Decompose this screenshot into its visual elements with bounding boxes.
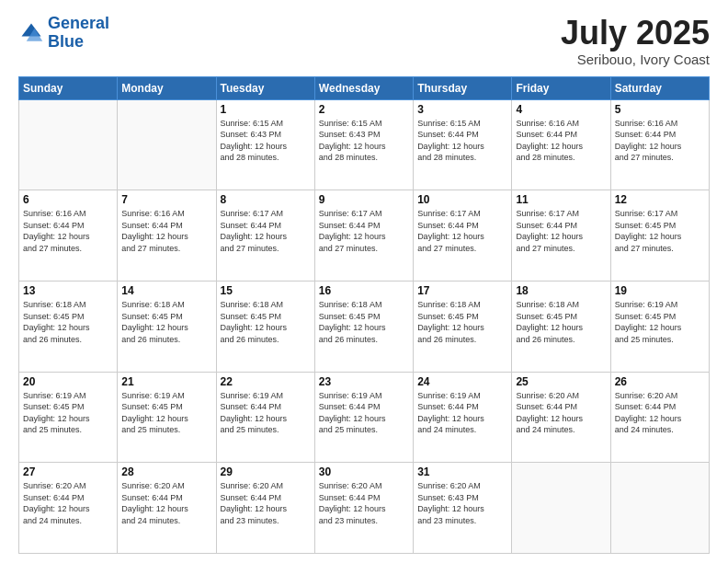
calendar-week-row: 13Sunrise: 6:18 AM Sunset: 6:45 PM Dayli…: [19, 281, 710, 372]
day-info: Sunrise: 6:16 AM Sunset: 6:44 PM Dayligh…: [615, 118, 705, 164]
calendar-cell: [610, 463, 709, 554]
day-number: 25: [516, 375, 606, 388]
calendar-cell: [512, 463, 610, 554]
day-number: 16: [319, 284, 409, 297]
day-info: Sunrise: 6:19 AM Sunset: 6:45 PM Dayligh…: [121, 390, 211, 436]
logo-line2: Blue: [48, 33, 109, 52]
day-number: 27: [23, 465, 113, 478]
logo: General Blue: [18, 15, 109, 52]
calendar-cell: 13Sunrise: 6:18 AM Sunset: 6:45 PM Dayli…: [19, 281, 118, 372]
logo-line1: General: [48, 15, 109, 33]
day-number: 24: [417, 375, 507, 388]
calendar-cell: 12Sunrise: 6:17 AM Sunset: 6:45 PM Dayli…: [610, 190, 709, 282]
calendar-cell: 5Sunrise: 6:16 AM Sunset: 6:44 PM Daylig…: [610, 99, 709, 190]
calendar-cell: [118, 99, 216, 190]
day-info: Sunrise: 6:16 AM Sunset: 6:44 PM Dayligh…: [121, 208, 211, 254]
day-number: 29: [221, 465, 311, 478]
day-info: Sunrise: 6:20 AM Sunset: 6:44 PM Dayligh…: [319, 480, 409, 526]
title-block: July 2025 Seribouo, Ivory Coast: [561, 15, 710, 67]
calendar-cell: 24Sunrise: 6:19 AM Sunset: 6:44 PM Dayli…: [414, 372, 512, 463]
day-number: 28: [121, 465, 211, 478]
day-number: 19: [615, 284, 705, 297]
day-number: 13: [23, 284, 113, 297]
calendar-week-row: 20Sunrise: 6:19 AM Sunset: 6:45 PM Dayli…: [19, 372, 710, 463]
day-info: Sunrise: 6:19 AM Sunset: 6:45 PM Dayligh…: [615, 299, 705, 345]
day-number: 18: [516, 284, 606, 297]
calendar-cell: 18Sunrise: 6:18 AM Sunset: 6:45 PM Dayli…: [512, 281, 610, 372]
calendar-header-sunday: Sunday: [19, 76, 118, 99]
calendar-cell: 22Sunrise: 6:19 AM Sunset: 6:44 PM Dayli…: [216, 372, 314, 463]
day-info: Sunrise: 6:20 AM Sunset: 6:44 PM Dayligh…: [23, 480, 113, 526]
calendar-header-wednesday: Wednesday: [314, 76, 413, 99]
day-info: Sunrise: 6:17 AM Sunset: 6:44 PM Dayligh…: [516, 208, 606, 254]
day-info: Sunrise: 6:18 AM Sunset: 6:45 PM Dayligh…: [417, 299, 507, 345]
calendar-cell: 16Sunrise: 6:18 AM Sunset: 6:45 PM Dayli…: [314, 281, 413, 372]
calendar-cell: [19, 99, 118, 190]
calendar-cell: 4Sunrise: 6:16 AM Sunset: 6:44 PM Daylig…: [512, 99, 610, 190]
day-number: 21: [121, 375, 211, 388]
day-number: 2: [319, 103, 409, 116]
day-number: 26: [615, 375, 705, 388]
day-number: 10: [417, 193, 507, 206]
day-info: Sunrise: 6:18 AM Sunset: 6:45 PM Dayligh…: [221, 299, 311, 345]
day-info: Sunrise: 6:17 AM Sunset: 6:44 PM Dayligh…: [319, 208, 409, 254]
day-number: 15: [221, 284, 311, 297]
calendar-header-saturday: Saturday: [610, 76, 709, 99]
calendar-cell: 30Sunrise: 6:20 AM Sunset: 6:44 PM Dayli…: [314, 463, 413, 554]
day-number: 23: [319, 375, 409, 388]
day-info: Sunrise: 6:19 AM Sunset: 6:44 PM Dayligh…: [221, 390, 311, 436]
calendar-week-row: 6Sunrise: 6:16 AM Sunset: 6:44 PM Daylig…: [19, 190, 710, 282]
day-info: Sunrise: 6:18 AM Sunset: 6:45 PM Dayligh…: [23, 299, 113, 345]
day-number: 8: [221, 193, 311, 206]
calendar-cell: 1Sunrise: 6:15 AM Sunset: 6:43 PM Daylig…: [216, 99, 314, 190]
day-info: Sunrise: 6:17 AM Sunset: 6:44 PM Dayligh…: [417, 208, 507, 254]
day-number: 20: [23, 375, 113, 388]
day-info: Sunrise: 6:16 AM Sunset: 6:44 PM Dayligh…: [516, 118, 606, 164]
day-info: Sunrise: 6:19 AM Sunset: 6:44 PM Dayligh…: [319, 390, 409, 436]
calendar-cell: 10Sunrise: 6:17 AM Sunset: 6:44 PM Dayli…: [414, 190, 512, 282]
day-number: 12: [615, 193, 705, 206]
day-number: 3: [417, 103, 507, 116]
calendar-cell: 19Sunrise: 6:19 AM Sunset: 6:45 PM Dayli…: [610, 281, 709, 372]
calendar-cell: 7Sunrise: 6:16 AM Sunset: 6:44 PM Daylig…: [118, 190, 216, 282]
calendar-cell: 3Sunrise: 6:15 AM Sunset: 6:44 PM Daylig…: [414, 99, 512, 190]
day-info: Sunrise: 6:18 AM Sunset: 6:45 PM Dayligh…: [319, 299, 409, 345]
day-info: Sunrise: 6:20 AM Sunset: 6:43 PM Dayligh…: [417, 480, 507, 526]
page: General Blue July 2025 Seribouo, Ivory C…: [0, 0, 728, 563]
day-info: Sunrise: 6:20 AM Sunset: 6:44 PM Dayligh…: [516, 390, 606, 436]
calendar-cell: 31Sunrise: 6:20 AM Sunset: 6:43 PM Dayli…: [414, 463, 512, 554]
calendar-cell: 21Sunrise: 6:19 AM Sunset: 6:45 PM Dayli…: [118, 372, 216, 463]
day-info: Sunrise: 6:20 AM Sunset: 6:44 PM Dayligh…: [121, 480, 211, 526]
day-number: 5: [615, 103, 705, 116]
calendar-cell: 8Sunrise: 6:17 AM Sunset: 6:44 PM Daylig…: [216, 190, 314, 282]
day-info: Sunrise: 6:15 AM Sunset: 6:43 PM Dayligh…: [221, 118, 311, 164]
day-number: 14: [121, 284, 211, 297]
logo-icon: [18, 20, 44, 46]
calendar-cell: 25Sunrise: 6:20 AM Sunset: 6:44 PM Dayli…: [512, 372, 610, 463]
day-info: Sunrise: 6:19 AM Sunset: 6:44 PM Dayligh…: [417, 390, 507, 436]
day-number: 7: [121, 193, 211, 206]
header: General Blue July 2025 Seribouo, Ivory C…: [18, 15, 710, 67]
calendar-cell: 17Sunrise: 6:18 AM Sunset: 6:45 PM Dayli…: [414, 281, 512, 372]
day-info: Sunrise: 6:15 AM Sunset: 6:44 PM Dayligh…: [417, 118, 507, 164]
logo-text: General Blue: [48, 15, 109, 52]
location: Seribouo, Ivory Coast: [561, 52, 710, 67]
day-number: 30: [319, 465, 409, 478]
day-number: 11: [516, 193, 606, 206]
calendar-week-row: 27Sunrise: 6:20 AM Sunset: 6:44 PM Dayli…: [19, 463, 710, 554]
calendar-header-friday: Friday: [512, 76, 610, 99]
calendar-header-monday: Monday: [118, 76, 216, 99]
day-number: 31: [417, 465, 507, 478]
day-number: 22: [221, 375, 311, 388]
day-info: Sunrise: 6:20 AM Sunset: 6:44 PM Dayligh…: [615, 390, 705, 436]
calendar-cell: 15Sunrise: 6:18 AM Sunset: 6:45 PM Dayli…: [216, 281, 314, 372]
calendar-cell: 20Sunrise: 6:19 AM Sunset: 6:45 PM Dayli…: [19, 372, 118, 463]
calendar-header-tuesday: Tuesday: [216, 76, 314, 99]
month-title: July 2025: [561, 15, 710, 52]
calendar-cell: 14Sunrise: 6:18 AM Sunset: 6:45 PM Dayli…: [118, 281, 216, 372]
day-info: Sunrise: 6:18 AM Sunset: 6:45 PM Dayligh…: [516, 299, 606, 345]
calendar-header-thursday: Thursday: [414, 76, 512, 99]
calendar-header-row: SundayMondayTuesdayWednesdayThursdayFrid…: [19, 76, 710, 99]
calendar-cell: 27Sunrise: 6:20 AM Sunset: 6:44 PM Dayli…: [19, 463, 118, 554]
calendar-cell: 11Sunrise: 6:17 AM Sunset: 6:44 PM Dayli…: [512, 190, 610, 282]
